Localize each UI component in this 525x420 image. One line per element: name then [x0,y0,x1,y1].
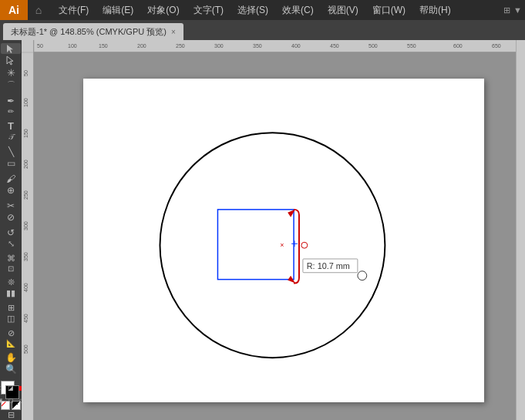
scissors-button[interactable]: ✂ [1,200,21,211]
measure-button[interactable]: 📐 [1,339,21,348]
screen-mode-2[interactable]: ▢ [6,395,16,405]
magic-wand-button[interactable]: ✳ [1,67,21,79]
tab-close-button[interactable]: × [171,28,176,36]
hand-button[interactable]: ✋ [1,352,21,363]
zoom-button[interactable]: 🔍 [1,364,21,375]
menu-view[interactable]: 视图(V) [321,2,365,18]
selection-tool-button[interactable] [1,43,21,54]
menu-type[interactable]: 文字(T) [187,2,230,18]
rect-button[interactable]: ▭ [1,158,21,169]
menubar: Ai ⌂ 文件(F) 编辑(E) 对象(O) 文字(T) 选择(S) 效果(C)… [0,0,525,20]
touch-type-button[interactable]: 𝒯 [1,133,21,142]
app-logo: Ai [0,0,28,20]
workspace-switcher[interactable]: ⊞▼ [503,5,522,15]
eraser-button[interactable]: ⊘ [1,212,21,223]
free-transform-button[interactable]: ⊡ [1,264,21,273]
behind-mode-button[interactable]: ◪ [6,383,16,393]
menu-help[interactable]: 帮助(H) [413,2,457,18]
canvas-area[interactable]: 50 100 150 200 250 300 350 400 450 500 5… [22,40,516,420]
menu-window[interactable]: 窗口(W) [366,2,412,18]
normal-mode-button[interactable]: □ [0,383,5,393]
perspective-button[interactable]: ⊟ [1,410,21,420]
tabbar: 未标题-1* @ 148.85% (CMYK/GPU 预览) × [0,20,525,40]
menu-edit[interactable]: 编辑(E) [96,2,140,18]
home-icon[interactable]: ⌂ [28,0,49,20]
paintbrush-button[interactable]: 🖌 [1,173,21,184]
outer-circle[interactable] [160,133,385,358]
warp-button[interactable]: ⌘ [1,254,21,264]
main-layout: ➤ ✳ ⌒ ✒ ✏ T 𝒯 ╲ ▭ 🖌 [0,40,525,420]
symbol-sprayer-button[interactable]: ❊ [1,277,21,287]
direct-selection-tool-button[interactable] [1,55,21,66]
line-button[interactable]: ╲ [1,146,21,157]
gradient-button[interactable]: ◫ [1,314,21,324]
menu-select[interactable]: 选择(S) [231,2,274,18]
column-graph-button[interactable]: ▮▮ [1,288,21,298]
blob-brush-button[interactable]: ⊕ [1,185,21,196]
screen-mode-1[interactable]: ▣ [0,395,5,405]
pen-add-button[interactable]: ✏ [1,107,21,116]
menu-object[interactable]: 对象(O) [141,2,185,18]
menu-file[interactable]: 文件(F) [52,2,95,18]
eyedropper-button[interactable]: ⊘ [1,328,21,338]
tab-label: 未标题-1* @ 148.85% (CMYK/GPU 预览) [11,26,167,38]
type-button[interactable]: T [1,120,21,132]
toolbar: ➤ ✳ ⌒ ✒ ✏ T 𝒯 ╲ ▭ 🖌 [0,40,22,420]
cross-marker: × [280,241,284,249]
mesh-button[interactable]: ⊞ [1,303,21,313]
pen-button[interactable]: ✒ [1,96,21,106]
right-scroll-panel [516,40,525,420]
lasso-button[interactable]: ⌒ [1,79,21,91]
menu-effect[interactable]: 效果(C) [276,2,320,18]
scale-button[interactable]: ⤡ [1,239,21,249]
drawing-canvas[interactable]: × R: 10.7 mm [22,40,516,420]
menu-items: 文件(F) 编辑(E) 对象(O) 文字(T) 选择(S) 效果(C) 视图(V… [52,2,457,18]
document-tab[interactable]: 未标题-1* @ 148.85% (CMYK/GPU 预览) × [3,23,183,40]
rotate-button[interactable]: ↺ [1,227,21,238]
radius-label: R: 10.7 mm [307,261,350,270]
